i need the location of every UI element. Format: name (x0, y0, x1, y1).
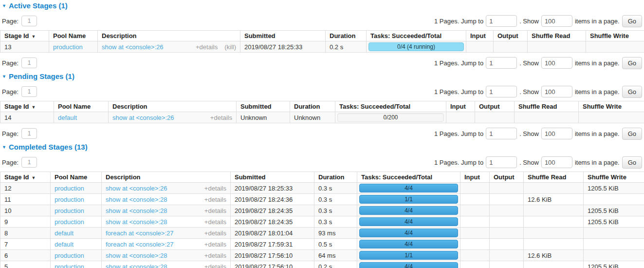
show-items-input[interactable] (541, 15, 572, 27)
column-header-output[interactable]: Output (475, 101, 515, 112)
section-title-completed[interactable]: ▼Completed Stages (13) (2, 143, 88, 151)
column-header-output[interactable]: Output (490, 172, 524, 183)
column-header-duration[interactable]: Duration (290, 101, 335, 112)
details-toggle-link[interactable]: +details (196, 43, 218, 51)
details-toggle-link[interactable]: +details (204, 196, 226, 203)
shuffle-write-cell: 1205.5 KiB (584, 183, 644, 194)
pool-name-link[interactable]: production (55, 185, 84, 192)
pagination-bar-top-pending: Page:1 Pages. Jump to. Showitems in a pa… (2, 85, 642, 98)
column-header-tasks-succeeded-total[interactable]: Tasks: Succeeded/Total (335, 101, 446, 112)
pool-name-link[interactable]: production (55, 207, 84, 214)
pager-left: Page: (2, 16, 37, 26)
go-button[interactable]: Go (622, 86, 642, 98)
stage-description-link[interactable]: show at <console>:28 (106, 207, 167, 214)
column-header-tasks-succeeded-total[interactable]: Tasks: Succeeded/Total (357, 172, 460, 183)
details-toggle-link[interactable]: +details (210, 114, 232, 121)
pool-name-link[interactable]: default (55, 230, 74, 237)
go-button[interactable]: Go (622, 57, 642, 69)
shuffle-write-cell: 1205.5 KiB (584, 261, 644, 268)
pool-name-link[interactable]: production (53, 43, 83, 51)
page-number-input[interactable] (21, 57, 37, 68)
page-number-input[interactable] (21, 16, 37, 26)
pool-name-link[interactable]: production (55, 263, 84, 268)
column-header-description[interactable]: Description (109, 101, 237, 112)
stage-description-link[interactable]: show at <console>:26 (112, 114, 174, 121)
stage-description-link[interactable]: show at <console>:26 (106, 185, 167, 192)
pool-name-link[interactable]: default (58, 114, 77, 121)
column-header-input[interactable]: Input (446, 101, 475, 112)
pool-name-link[interactable]: production (55, 252, 84, 259)
column-header-stage-id[interactable]: Stage Id▼ (0, 31, 49, 41)
column-header-input[interactable]: Input (460, 172, 490, 183)
details-toggle-link[interactable]: +details (204, 207, 226, 214)
stage-description-link[interactable]: show at <console>:28 (106, 218, 167, 226)
column-header-shuffle-write[interactable]: Shuffle Write (584, 172, 644, 183)
stage-description-link[interactable]: show at <console>:28 (106, 263, 167, 268)
stage-description-link[interactable]: show at <console>:28 (106, 252, 167, 259)
go-button[interactable]: Go (622, 156, 642, 169)
jump-to-input[interactable] (486, 15, 517, 27)
column-header-submitted[interactable]: Submitted (237, 101, 290, 112)
table-row-stage-13: 13productionshow at <console>:26+details… (0, 41, 644, 53)
show-items-input[interactable] (541, 156, 572, 168)
pool-name-link[interactable]: default (55, 241, 74, 248)
go-button[interactable]: Go (622, 128, 642, 140)
section-title-pending[interactable]: ▼Pending Stages (1) (2, 72, 74, 80)
kill-stage-link[interactable]: (kill) (224, 43, 236, 51)
column-header-stage-id[interactable]: Stage Id▼ (0, 101, 54, 112)
go-button[interactable]: Go (622, 15, 642, 27)
column-header-submitted[interactable]: Submitted (231, 172, 314, 183)
jump-to-input[interactable] (486, 57, 517, 69)
tasks-progress-label: 4/4 (405, 263, 413, 268)
details-toggle-link[interactable]: +details (204, 185, 226, 192)
column-header-duration[interactable]: Duration (326, 31, 367, 41)
column-header-pool-name[interactable]: Pool Name (54, 101, 109, 112)
page-number-input[interactable] (21, 86, 37, 97)
show-items-input[interactable] (541, 86, 572, 97)
column-header-shuffle-read[interactable]: Shuffle Read (515, 101, 579, 112)
pool-name-link[interactable]: production (55, 196, 84, 203)
details-toggle-link[interactable]: +details (204, 230, 226, 237)
column-header-shuffle-write[interactable]: Shuffle Write (586, 31, 644, 41)
show-label: . Show (519, 59, 539, 67)
jump-to-input[interactable] (486, 128, 517, 139)
output-cell (494, 41, 528, 53)
column-header-pool-name[interactable]: Pool Name (51, 172, 102, 183)
column-header-submitted[interactable]: Submitted (240, 31, 326, 41)
stage-description-link[interactable]: foreach at <console>:27 (106, 230, 174, 237)
input-cell (460, 183, 490, 194)
stage-description-link[interactable]: show at <console>:26 (102, 43, 163, 51)
show-items-input[interactable] (541, 128, 572, 139)
submitted-cell: 2019/08/27 18:24:36 (231, 194, 314, 205)
column-header-output[interactable]: Output (494, 31, 528, 41)
stage-id-cell: 14 (0, 112, 54, 123)
jump-to-input[interactable] (486, 156, 517, 168)
tasks-progress-label: 4/4 (405, 207, 413, 214)
column-header-stage-id[interactable]: Stage Id▼ (0, 172, 51, 183)
column-header-description[interactable]: Description (98, 31, 240, 41)
column-header-shuffle-read[interactable]: Shuffle Read (524, 172, 584, 183)
details-toggle-link[interactable]: +details (204, 263, 226, 268)
output-cell (490, 239, 524, 250)
details-toggle-link[interactable]: +details (204, 252, 226, 259)
details-toggle-link[interactable]: +details (204, 218, 226, 226)
details-toggle-link[interactable]: +details (204, 241, 226, 248)
pool-name-link[interactable]: production (55, 218, 84, 226)
pager-left: Page: (2, 86, 37, 97)
jump-to-input[interactable] (486, 86, 517, 97)
section-pending-stages: ▼Pending Stages (1)Page:1 Pages. Jump to… (0, 72, 644, 140)
section-title-active[interactable]: ▼Active Stages (1) (2, 1, 68, 10)
page-number-input[interactable] (21, 157, 37, 168)
column-header-pool-name[interactable]: Pool Name (49, 31, 98, 41)
page-number-input[interactable] (21, 128, 37, 139)
column-header-description[interactable]: Description (102, 172, 231, 183)
column-header-duration[interactable]: Duration (314, 172, 357, 183)
column-header-shuffle-read[interactable]: Shuffle Read (528, 31, 586, 41)
stage-description-link[interactable]: show at <console>:28 (106, 196, 167, 203)
column-header-tasks-succeeded-total[interactable]: Tasks: Succeeded/Total (367, 31, 466, 41)
column-header-shuffle-write[interactable]: Shuffle Write (579, 101, 644, 112)
description-cell: foreach at <console>:27+details (102, 239, 231, 250)
show-items-input[interactable] (541, 57, 572, 69)
stage-description-link[interactable]: foreach at <console>:27 (106, 241, 174, 248)
column-header-input[interactable]: Input (466, 31, 494, 41)
